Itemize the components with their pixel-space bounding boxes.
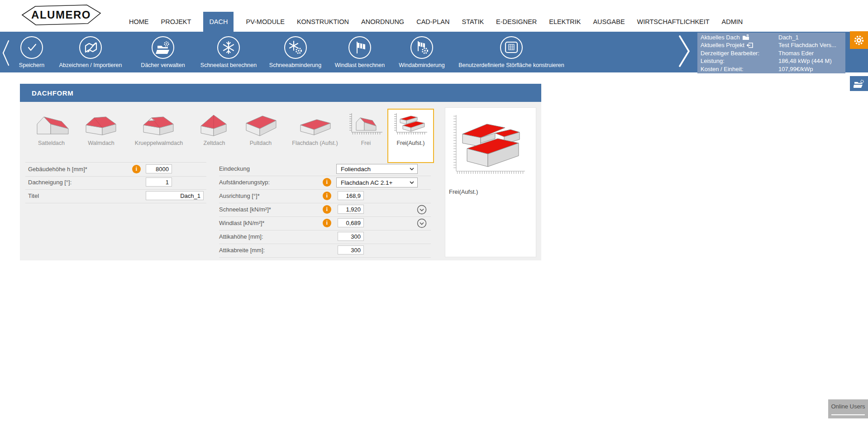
roof-preview-image [452, 113, 529, 183]
nav-e-designer[interactable]: E-DESIGNER [496, 18, 537, 25]
roof-preview-panel: Frei(Aufst.) [445, 107, 536, 257]
current-roof-value: Dach_1 [778, 34, 845, 41]
chevron-down-icon [410, 181, 414, 184]
info-row-dach: Aktuelles Dach Dach_1 [701, 34, 845, 41]
roof-type-flachdach-aufst[interactable]: Flachdach (Aufst.) [286, 109, 344, 163]
field-label: Attikabreite [mm]: [219, 244, 265, 257]
krueppelwalmdach-icon [140, 111, 178, 137]
eindeckung-select[interactable]: Foliendach [336, 164, 418, 174]
online-users-button[interactable]: Online Users [828, 399, 868, 418]
current-project-info-panel: Aktuelles Dach Dach_1 Aktuelles Projekt … [697, 33, 845, 73]
flag-gear-icon [410, 36, 433, 59]
folder-gear-icon [152, 36, 174, 59]
nav-ausgabe[interactable]: AUSGABE [593, 18, 625, 25]
field-label: Schneelast [kN/m²]* [219, 203, 271, 216]
form-row-schneelast: Schneelast [kN/m²]* [219, 203, 431, 217]
info-icon[interactable] [323, 219, 331, 227]
field-label: Aufständerungstyp: [219, 176, 270, 189]
dachneigung-input[interactable] [146, 178, 172, 187]
roof-type-label: Krueppelwalmdach [125, 140, 193, 146]
open-roof-icon[interactable] [742, 34, 749, 40]
current-project-value: Test Flachdach Vers... [778, 41, 845, 49]
info-row-projekt: Aktuelles Projekt Test Flachdach Vers... [701, 41, 845, 49]
form-row-attikabreite: Attikabreite [mm]: [219, 244, 431, 258]
info-icon[interactable] [132, 165, 141, 173]
toolbar-stoerflaeche-button[interactable]: Benutzerdefinierte Störfläche konstruier… [457, 36, 566, 68]
info-label-text: Leistung: [701, 57, 725, 65]
nav-wirtschaftlichkeit[interactable]: WIRTSCHAFTLICHKEIT [637, 18, 710, 25]
pultdach-icon [242, 111, 280, 137]
toolbar-speichern-button[interactable]: Speichern [7, 36, 57, 68]
windlast-input[interactable] [338, 218, 364, 227]
roof-type-satteldach[interactable]: Satteldach [25, 109, 77, 163]
aufstaenderungstyp-select[interactable]: Flachdach AC 2.1+ [336, 178, 418, 187]
alumero-logo: ALUMERO [19, 4, 103, 28]
roof-type-pultdach[interactable]: Pultdach [236, 109, 286, 163]
cost-value: 107,99€/kWp [778, 65, 845, 73]
attikahoehe-input[interactable] [338, 232, 364, 241]
schneelast-expand-icon[interactable] [417, 205, 427, 215]
snowflake-gear-icon [284, 36, 307, 59]
dachform-title: DACHFORM [32, 89, 73, 97]
info-label-text: Aktuelles Projekt [701, 41, 744, 49]
field-label: Dachneigung [°]: [28, 176, 72, 189]
nav-home[interactable]: HOME [129, 18, 149, 25]
switch-project-icon[interactable] [747, 43, 753, 48]
nav-admin[interactable]: ADMIN [722, 18, 743, 25]
toolbar-abzeichnen-button[interactable]: Abzeichnen / Importieren [57, 36, 124, 68]
satteldach-icon [33, 111, 71, 137]
toolbar-label: Windlast berechnen [328, 62, 391, 68]
nav-cad-plan[interactable]: CAD-PLAN [416, 18, 449, 25]
nav-konstruktion[interactable]: KONSTRUKTION [297, 18, 349, 25]
schneelast-input[interactable] [338, 205, 364, 214]
windlast-expand-icon[interactable] [417, 218, 427, 228]
nav-elektrik[interactable]: ELEKTRIK [549, 18, 581, 25]
ausrichtung-input[interactable] [338, 191, 364, 200]
settings-button[interactable] [850, 31, 868, 49]
online-users-label: Online Users [828, 403, 868, 410]
gear-icon [853, 34, 865, 46]
roof-type-selector: Satteldach Walmdach [25, 109, 434, 163]
toolbar-schneelast-button[interactable]: Schneelast berechnen [195, 36, 262, 68]
info-icon[interactable] [323, 178, 331, 187]
frei-aufst-icon [393, 111, 429, 137]
nav-anordnung[interactable]: ANORDNUNG [361, 18, 404, 25]
nav-projekt[interactable]: PROJEKT [161, 18, 191, 25]
nav-pv-module[interactable]: PV-MODULE [246, 18, 284, 25]
folder-gear-small-icon [854, 79, 864, 88]
info-row-bearbeiter: Derzeitiger Bearbeiter: Thomas Eder [701, 49, 845, 57]
gebaeudehoehe-input[interactable] [146, 164, 172, 173]
zeltdach-icon [196, 111, 234, 137]
roof-files-button[interactable] [850, 76, 868, 91]
toolbar-windabminderung-button[interactable]: Windabminderung [390, 36, 453, 68]
form-row-dachneigung: Dachneigung [°]: [25, 176, 206, 190]
toolbar-scroll-right-icon[interactable] [678, 35, 691, 67]
titel-input[interactable] [146, 191, 204, 200]
field-label: Windlast [kN/m²]* [219, 216, 264, 230]
form-row-eindeckung: Eindeckung Foliendach [219, 162, 431, 176]
current-editor-value: Thomas Eder [778, 49, 845, 57]
toolbar-windlast-button[interactable]: Windlast berechnen [328, 36, 391, 68]
chevron-down-icon [410, 168, 414, 170]
online-users-underline [831, 414, 865, 415]
roof-type-label: Frei [344, 140, 387, 146]
field-label: Attikahöhe [mm]: [219, 230, 263, 244]
toolbar-label: Abzeichnen / Importieren [57, 62, 124, 68]
roof-type-krueppelwalmdach[interactable]: Krueppelwalmdach [125, 109, 193, 163]
attikabreite-input[interactable] [338, 245, 364, 254]
toolbar-schneeabminderung-button[interactable]: Schneeabminderung [262, 36, 328, 68]
toolbar-label: Benutzerdefinierte Störfläche konstruier… [457, 62, 566, 68]
nav-statik[interactable]: STATIK [462, 18, 484, 25]
roof-type-walmdach[interactable]: Walmdach [77, 109, 125, 163]
info-icon[interactable] [323, 205, 331, 214]
info-icon[interactable] [323, 192, 331, 200]
form-row-windlast: Windlast [kN/m²]* [219, 216, 431, 230]
roof-type-frei-aufst[interactable]: Frei(Aufst.) [387, 109, 434, 163]
roof-type-frei[interactable]: Frei [344, 109, 387, 163]
roof-type-label: Frei(Aufst.) [388, 140, 433, 146]
form-row-aufstaenderungstyp: Aufständerungstyp: Flachdach AC 2.1+ [219, 176, 431, 190]
nav-dach[interactable]: DACH [203, 12, 234, 32]
roof-type-zeltdach[interactable]: Zeltdach [193, 109, 236, 163]
app-window: ALUMERO HOME PROJEKT DACH PV-MODULE KONS… [0, 0, 868, 432]
toolbar-daecher-verwalten-button[interactable]: Dächer verwalten [129, 36, 197, 68]
